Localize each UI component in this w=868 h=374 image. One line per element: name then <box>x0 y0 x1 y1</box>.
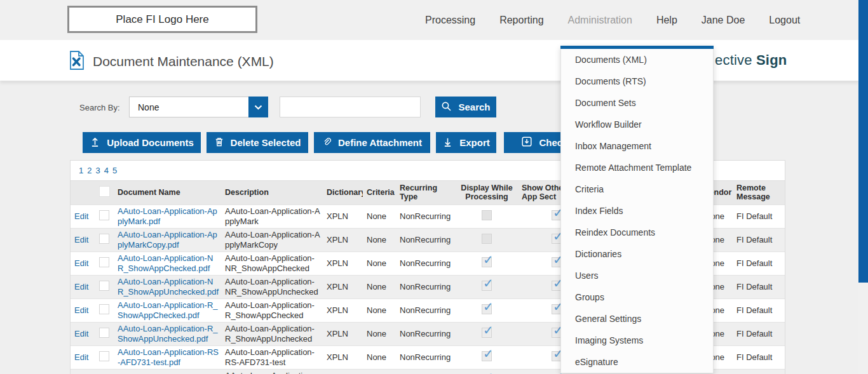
row-checkbox[interactable] <box>99 351 109 361</box>
criteria-cell: None <box>363 251 396 275</box>
chevron-down-icon[interactable] <box>248 97 268 117</box>
description-cell: AAuto-Loan-Application-R_ShowAppChecked <box>221 298 323 322</box>
search-by-select[interactable]: None <box>129 97 268 117</box>
display-while-processing-checkbox[interactable]: ✓ <box>482 328 492 338</box>
row-select-cell <box>93 228 114 251</box>
edit-link[interactable]: Edit <box>74 258 88 268</box>
nav-item-processing[interactable]: Processing <box>413 15 487 26</box>
page-link-1[interactable]: 1 <box>79 166 83 175</box>
dictionary-cell: XPLN <box>323 251 363 275</box>
row-checkbox[interactable] <box>99 210 109 220</box>
menu-item-criteria[interactable]: Criteria <box>561 178 713 200</box>
document-name-cell[interactable]: AAuto-Loan-Application-NR_ShowAppUncheck… <box>114 275 221 298</box>
page-scrollbar-track[interactable] <box>858 0 868 374</box>
menu-item-workflow-builder[interactable]: Workflow Builder <box>561 114 713 135</box>
fi-logo-placeholder: Place FI Logo Here <box>67 6 257 33</box>
remote-message-cell: FI Default <box>733 345 785 369</box>
document-name-cell[interactable]: AAuto-Loan-Application-R_ShowAppUnchecke… <box>114 322 221 345</box>
display-while-processing-checkbox[interactable]: ✓ <box>482 257 492 267</box>
description-header[interactable]: Description <box>221 181 323 204</box>
page-link-2[interactable]: 2 <box>87 166 92 175</box>
menu-item-general-settings[interactable]: General Settings <box>561 308 713 330</box>
display-while-processing-cell: ✓ <box>454 345 518 369</box>
nav-item-administration[interactable]: Administration <box>556 15 644 26</box>
edit-link[interactable]: Edit <box>74 329 88 338</box>
row-checkbox[interactable] <box>99 281 109 291</box>
recurring-type-cell: NonRecurring <box>396 275 454 298</box>
menu-item-imaging-systems[interactable]: Imaging Systems <box>561 330 713 351</box>
select-all-checkbox[interactable] <box>99 186 110 197</box>
nav-item-help[interactable]: Help <box>644 15 689 26</box>
top-bar: Place FI Logo Here ProcessingReportingAd… <box>0 0 858 40</box>
page-link-3[interactable]: 3 <box>95 166 100 175</box>
nav-item-reporting[interactable]: Reporting <box>487 15 555 26</box>
document-name-cell[interactable]: AAuto-Loan-Application-ApplyMarkCopy.pdf <box>114 228 221 251</box>
recurring-type-cell: NonRecurring <box>396 369 454 374</box>
delete-selected-button[interactable]: Delete Selected <box>207 132 308 153</box>
dictionary-cell: XPLN <box>323 369 363 374</box>
menu-item-documents-rts-[interactable]: Documents (RTS) <box>561 70 713 92</box>
remote-message-header[interactable]: Remote Message <box>733 181 785 204</box>
menu-item-groups[interactable]: Groups <box>561 286 713 308</box>
recurring-type-cell: NonRecurring <box>396 228 454 251</box>
row-select-cell <box>93 345 114 369</box>
menu-item-esignature[interactable]: eSignature <box>561 351 713 373</box>
edit-cell: Edit <box>71 322 93 345</box>
row-select-cell <box>93 322 114 345</box>
check-mark-icon: ✓ <box>483 253 494 268</box>
menu-item-dictionaries[interactable]: Dictionaries <box>561 243 713 265</box>
search-button[interactable]: Search <box>435 97 496 117</box>
display-while-processing-checkbox[interactable] <box>482 210 492 220</box>
page-link-4[interactable]: 4 <box>104 166 109 175</box>
search-input[interactable] <box>280 97 421 117</box>
edit-link[interactable]: Edit <box>74 352 88 362</box>
edit-link[interactable]: Edit <box>74 235 88 244</box>
document-name-header[interactable]: Document Name <box>114 181 221 204</box>
row-select-cell <box>93 298 114 322</box>
define-attachment-button[interactable]: Define Attachment <box>314 132 430 153</box>
check-mark-icon: ✓ <box>483 323 494 338</box>
dictionary-header[interactable]: Dictionary <box>323 181 363 204</box>
nav-item-logout[interactable]: Logout <box>757 15 812 26</box>
menu-item-inbox-management[interactable]: Inbox Management <box>561 135 713 157</box>
remote-message-cell: FI Default <box>733 204 785 228</box>
recurring-type-header[interactable]: Recurring Type <box>396 181 454 204</box>
recurring-type-cell: NonRecurring <box>396 322 454 345</box>
display-while-processing-checkbox[interactable]: ✓ <box>482 304 492 314</box>
row-checkbox[interactable] <box>99 257 109 267</box>
menu-item-document-sets[interactable]: Document Sets <box>561 92 713 114</box>
document-name-cell[interactable]: AAuto-Loan-Application-NR_ShowAppChecked… <box>114 251 221 275</box>
menu-item-documents-xml-[interactable]: Documents (XML) <box>561 49 713 70</box>
menu-item-users[interactable]: Users <box>561 265 713 286</box>
menu-item-index-fields[interactable]: Index Fields <box>561 200 713 222</box>
display-while-processing-checkbox[interactable]: ✓ <box>482 351 492 361</box>
document-name-cell[interactable]: AAuto-Loan-Application-RS <box>114 369 221 374</box>
row-checkbox[interactable] <box>99 328 109 338</box>
menu-item-reindex-documents[interactable]: Reindex Documents <box>561 222 713 243</box>
document-name-cell[interactable]: AAuto-Loan-Application-RS-AFD731-test.pd… <box>114 345 221 369</box>
page-header-band: Document Maintenance (XML) ective Sign <box>0 40 858 81</box>
document-name-cell[interactable]: AAuto-Loan-Application-R_ShowAppChecked.… <box>114 298 221 322</box>
document-name-cell[interactable]: AAuto-Loan-Application-ApplyMark.pdf <box>114 204 221 228</box>
edit-link[interactable]: Edit <box>74 305 88 315</box>
page-scrollbar-thumb[interactable] <box>858 0 868 283</box>
display-while-processing-checkbox[interactable]: ✓ <box>482 281 492 291</box>
upload-documents-button[interactable]: Upload Documents <box>83 132 201 153</box>
criteria-header[interactable]: Criteria <box>363 181 396 204</box>
display-while-processing-checkbox[interactable] <box>482 234 492 244</box>
nav-item-jane-doe[interactable]: Jane Doe <box>689 15 757 26</box>
page-link-5[interactable]: 5 <box>112 166 117 175</box>
edit-cell: Edit <box>71 228 93 251</box>
menu-item-remote-attachment-template[interactable]: Remote Attachment Template <box>561 157 713 178</box>
row-checkbox[interactable] <box>99 234 109 244</box>
display-while-processing-header[interactable]: Display While Processing <box>454 181 518 204</box>
export-button[interactable]: Export <box>436 132 496 153</box>
search-button-label: Search <box>458 102 490 112</box>
row-checkbox[interactable] <box>99 304 109 314</box>
display-while-processing-cell: ✓ <box>454 251 518 275</box>
check-mark-icon: ✓ <box>483 300 494 315</box>
edit-link[interactable]: Edit <box>74 282 88 291</box>
edit-link[interactable]: Edit <box>74 211 88 221</box>
criteria-cell: None <box>363 275 396 298</box>
button-label: Define Attachment <box>338 137 422 148</box>
